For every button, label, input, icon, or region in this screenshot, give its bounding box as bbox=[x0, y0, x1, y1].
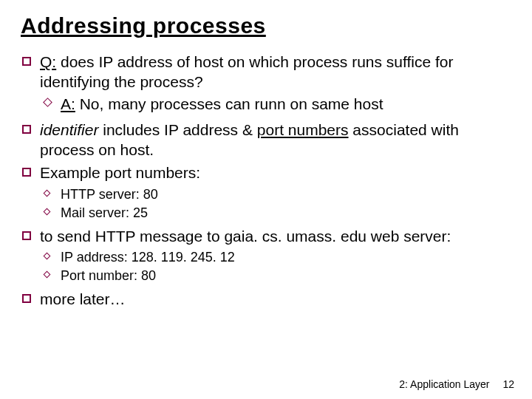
bullet-identifier: identifier includes IP address & port nu… bbox=[21, 120, 511, 160]
send-text: to send HTTP message to gaia. cs. umass.… bbox=[40, 228, 451, 245]
send-port-text: Port number: 80 bbox=[61, 268, 156, 283]
diamond-bullet-icon bbox=[44, 189, 51, 197]
send-ip: IP address: 128. 119. 245. 12 bbox=[40, 249, 511, 266]
footer: 2: Application Layer 12 bbox=[399, 378, 514, 390]
send-ip-text: IP address: 128. 119. 245. 12 bbox=[61, 250, 235, 265]
bullet-answer: A: No, many processes can runn on same h… bbox=[40, 94, 511, 114]
bullet-more: more later… bbox=[21, 289, 511, 309]
q-text: does IP address of host on which process… bbox=[40, 53, 454, 90]
slide-title: Addressing processes bbox=[21, 13, 511, 38]
diamond-bullet-icon bbox=[44, 253, 51, 260]
square-bullet-icon bbox=[22, 57, 31, 66]
port-numbers-label: port numbers bbox=[257, 121, 349, 138]
send-port: Port number: 80 bbox=[40, 267, 511, 284]
send-sub-list: IP address: 128. 119. 245. 12 Port numbe… bbox=[40, 249, 511, 284]
sub-list: A: No, many processes can runn on same h… bbox=[40, 94, 511, 114]
more-text: more later… bbox=[40, 290, 126, 307]
example-mail-text: Mail server: 25 bbox=[61, 205, 148, 220]
q-label: Q: bbox=[40, 53, 56, 70]
page-number: 12 bbox=[502, 378, 514, 390]
square-bullet-icon bbox=[22, 294, 31, 303]
bullet-send: to send HTTP message to gaia. cs. umass.… bbox=[21, 226, 511, 284]
example-http-text: HTTP server: 80 bbox=[61, 187, 158, 202]
bullet-example: Example port numbers: HTTP server: 80 Ma… bbox=[21, 163, 511, 221]
identifier-word: identifier bbox=[40, 121, 98, 138]
diamond-bullet-icon bbox=[44, 271, 51, 279]
diamond-bullet-icon bbox=[43, 98, 52, 107]
slide: Addressing processes Q: does IP address … bbox=[0, 0, 532, 399]
bullet-question: Q: does IP address of host on which proc… bbox=[21, 52, 511, 114]
square-bullet-icon bbox=[22, 168, 31, 177]
example-sub-list: HTTP server: 80 Mail server: 25 bbox=[40, 186, 511, 222]
square-bullet-icon bbox=[22, 231, 31, 240]
example-http: HTTP server: 80 bbox=[40, 186, 511, 203]
example-mail: Mail server: 25 bbox=[40, 205, 511, 222]
diamond-bullet-icon bbox=[44, 208, 51, 215]
example-label: Example port numbers: bbox=[40, 164, 200, 181]
a-text: No, many processes can runn on same host bbox=[75, 95, 383, 112]
identifier-rest1: includes IP address & bbox=[98, 121, 256, 138]
a-label: A: bbox=[61, 95, 75, 112]
bullet-list: Q: does IP address of host on which proc… bbox=[21, 52, 511, 310]
square-bullet-icon bbox=[22, 125, 31, 134]
footer-label: 2: Application Layer bbox=[399, 378, 489, 390]
